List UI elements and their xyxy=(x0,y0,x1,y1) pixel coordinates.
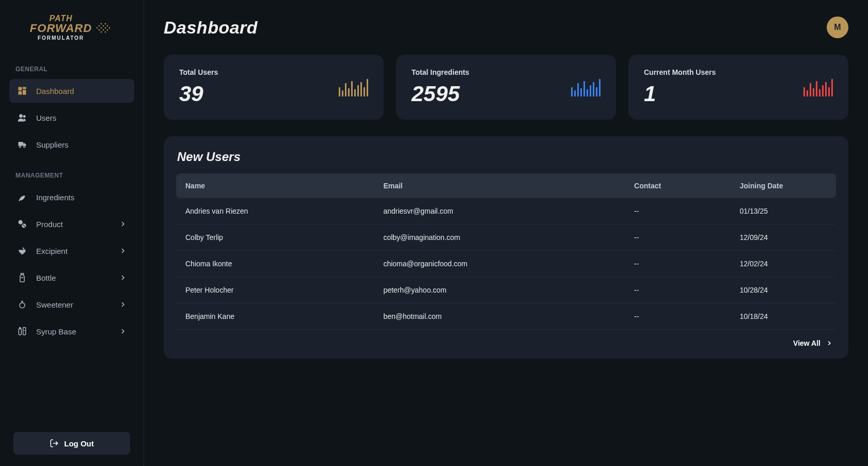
sidebar-item-sweetener[interactable]: Sweetener xyxy=(9,293,134,316)
table-row: Colby Terlip colby@imagination.com -- 12… xyxy=(176,224,836,251)
sidebar: PATH FORWARD FORMULATOR GENERAL Dashboar… xyxy=(0,0,144,466)
dashboard-icon xyxy=(17,85,28,97)
sidebar-item-label: Users xyxy=(36,114,56,122)
svg-point-7 xyxy=(103,29,104,30)
stat-card-total-ingredients: Total Ingredients 2595 xyxy=(396,55,616,120)
svg-point-5 xyxy=(101,31,102,33)
view-all-label: View All xyxy=(793,339,820,347)
sidebar-item-bottle[interactable]: Bottle xyxy=(9,266,134,290)
brand-arrow-icon xyxy=(95,20,114,36)
bottle-icon xyxy=(17,272,28,283)
cell-joining: 01/13/25 xyxy=(731,198,837,224)
sidebar-item-label: Ingredients xyxy=(36,193,74,202)
sidebar-item-label: Dashboard xyxy=(36,87,74,95)
sweetener-icon xyxy=(17,299,28,310)
sidebar-item-syrup-base[interactable]: Syrup Base xyxy=(9,319,134,343)
pills-icon xyxy=(17,218,28,230)
svg-rect-15 xyxy=(23,87,26,89)
sidebar-item-label: Product xyxy=(36,220,63,229)
cell-name: Peter Holocher xyxy=(176,277,374,303)
svg-rect-28 xyxy=(23,328,26,335)
cell-email: colby@imagination.com xyxy=(374,224,625,251)
svg-point-4 xyxy=(101,27,102,28)
logout-label: Log Out xyxy=(64,439,93,448)
svg-point-3 xyxy=(101,23,102,24)
stat-label: Total Ingredients xyxy=(412,68,469,76)
sidebar-item-ingredients[interactable]: Ingredients xyxy=(9,185,134,209)
svg-point-26 xyxy=(20,303,25,308)
table-row: Peter Holocher peterh@yahoo.com -- 10/28… xyxy=(176,277,836,303)
table-row: Andries van Riezen andriesvr@gmail.com -… xyxy=(176,198,836,224)
col-contact: Contact xyxy=(625,173,730,198)
cell-name: Chioma Ikonte xyxy=(176,251,374,277)
users-icon xyxy=(17,112,28,123)
stat-value: 39 xyxy=(179,82,218,106)
page-title: Dashboard xyxy=(164,18,258,38)
cell-name: Colby Terlip xyxy=(176,224,374,251)
cell-email: andriesvr@gmail.com xyxy=(374,198,625,224)
sidebar-item-label: Suppliers xyxy=(36,140,69,149)
svg-rect-27 xyxy=(19,329,21,335)
svg-rect-17 xyxy=(19,91,22,95)
svg-point-12 xyxy=(107,29,108,30)
new-users-card: New Users Name Email Contact Joining Dat… xyxy=(164,136,848,359)
sidebar-item-excipient[interactable]: Excipient xyxy=(9,239,134,263)
leaf-icon xyxy=(17,191,28,203)
svg-point-21 xyxy=(24,146,25,148)
svg-rect-16 xyxy=(23,90,26,94)
svg-point-2 xyxy=(99,29,100,30)
cell-contact: -- xyxy=(625,277,730,303)
view-all-button[interactable]: View All xyxy=(793,339,833,347)
cell-email: ben@hotmail.com xyxy=(374,303,625,330)
stat-card-current-month-users: Current Month Users 1 xyxy=(628,55,848,120)
sidebar-item-product[interactable]: Product xyxy=(9,212,134,236)
sidebar-item-dashboard[interactable]: Dashboard xyxy=(9,79,134,103)
svg-point-8 xyxy=(105,23,106,24)
svg-rect-24 xyxy=(21,253,24,254)
brand-logo: PATH FORWARD FORMULATOR xyxy=(9,14,134,41)
sidebar-item-label: Sweetener xyxy=(36,300,73,309)
cell-name: Andries van Riezen xyxy=(176,198,374,224)
chevron-right-icon xyxy=(119,300,127,309)
cell-joining: 12/02/24 xyxy=(731,251,837,277)
svg-point-6 xyxy=(103,25,104,26)
cell-joining: 10/28/24 xyxy=(731,277,837,303)
svg-point-1 xyxy=(99,25,100,26)
svg-point-13 xyxy=(109,27,111,28)
syrup-icon xyxy=(17,326,28,337)
new-users-table: Name Email Contact Joining Date Andries … xyxy=(176,173,836,330)
section-label-management: MANAGEMENT xyxy=(9,172,134,179)
logout-button[interactable]: Log Out xyxy=(13,432,130,455)
brand-line2: FORWARD xyxy=(30,23,92,34)
bars-icon xyxy=(571,78,601,97)
col-name: Name xyxy=(176,173,374,198)
svg-point-0 xyxy=(97,27,98,28)
cell-joining: 12/09/24 xyxy=(731,224,837,251)
svg-point-9 xyxy=(105,27,106,28)
cell-contact: -- xyxy=(625,198,730,224)
chevron-right-icon xyxy=(119,220,127,228)
stats-row: Total Users 39 Total Ingredients 2595 Cu… xyxy=(164,55,848,120)
sidebar-item-label: Syrup Base xyxy=(36,327,76,336)
main-content: Dashboard M Total Users 39 Total Ingredi… xyxy=(144,0,868,466)
sidebar-item-suppliers[interactable]: Suppliers xyxy=(9,133,134,156)
sidebar-item-label: Bottle xyxy=(36,274,56,282)
chevron-right-icon xyxy=(119,274,127,282)
cell-email: chioma@organicfood.com xyxy=(374,251,625,277)
svg-point-20 xyxy=(19,146,21,148)
chevron-right-icon xyxy=(119,247,127,255)
stat-value: 1 xyxy=(644,82,716,106)
avatar[interactable]: M xyxy=(827,17,848,38)
table-title: New Users xyxy=(164,150,848,173)
table-row: Chioma Ikonte chioma@organicfood.com -- … xyxy=(176,251,836,277)
sidebar-item-label: Excipient xyxy=(36,247,68,255)
brand-line3: FORMULATOR xyxy=(30,35,92,41)
col-joining: Joining Date xyxy=(731,173,837,198)
bars-icon xyxy=(339,78,368,97)
cell-contact: -- xyxy=(625,303,730,330)
logout-icon xyxy=(50,439,59,448)
stat-label: Total Users xyxy=(179,68,218,76)
cell-contact: -- xyxy=(625,251,730,277)
svg-point-22 xyxy=(19,220,23,224)
sidebar-item-users[interactable]: Users xyxy=(9,106,134,130)
